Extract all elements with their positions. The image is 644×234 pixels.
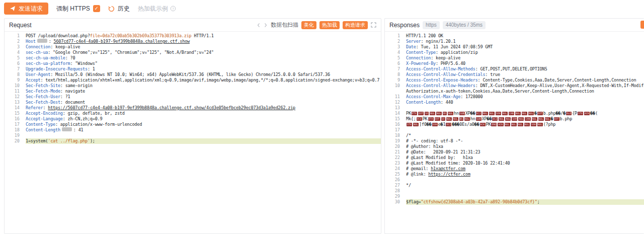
beautify-button[interactable]: 美化	[301, 21, 316, 29]
line-number: 6	[5, 61, 26, 66]
control-char-block: CAN	[525, 117, 530, 121]
code-line: 4sec-ch-ua: "Google Chrome";v="125", "Ch…	[5, 50, 381, 55]
code-line: 9Accept: text/html,application/xhtml+xml…	[5, 77, 381, 83]
code-line: 8Access-Control-Allow-Credentials: true	[385, 72, 644, 77]
line-number: 2	[385, 39, 406, 44]
request-panel: Request 数据包扫描 美化 热加载 构造请求 1POST /upload/…	[4, 18, 381, 234]
control-char-block: STX	[578, 112, 583, 115]
send-request-button[interactable]: 发送请求	[4, 3, 48, 15]
request-editor[interactable]: 1POST /upload/download.php?file=0da72c00…	[5, 32, 381, 233]
history-icon	[108, 6, 115, 12]
line-number: 7	[385, 66, 406, 72]
prev-packet-button[interactable]	[257, 23, 261, 28]
code-line: 10Sec-Fetch-Site: same-origin	[5, 83, 381, 89]
control-char-block: DC2	[492, 117, 498, 121]
request-panel-title: Request	[9, 22, 32, 29]
question-icon[interactable]: ?	[170, 6, 176, 12]
control-char-block: ACK	[498, 123, 503, 126]
line-number: 5	[5, 55, 26, 61]
line-number: 1	[385, 33, 406, 39]
control-char-block: NUL	[528, 112, 534, 115]
hotload-example-link[interactable]: 热加载示例	[138, 5, 168, 13]
line-number: 2	[5, 39, 26, 44]
line-number: 14	[5, 105, 26, 111]
collapsed-panel-handle[interactable]	[640, 21, 644, 29]
history-button[interactable]: 历史	[118, 5, 130, 13]
line-number: 5	[385, 55, 406, 61]
code-line: 13	[385, 105, 644, 111]
code-line: Authorization,x-auth-token,Cookies,Aaa,D…	[385, 89, 644, 94]
line-number: 23	[385, 161, 406, 166]
line-number: 30	[385, 199, 406, 205]
control-char-block: NUL	[464, 117, 470, 121]
panel-divider[interactable]	[380, 18, 384, 234]
line-number: 10	[385, 83, 406, 89]
line-number: 3	[5, 44, 26, 50]
fullscreen-icon[interactable]	[371, 22, 376, 28]
protocol-badge: https	[423, 21, 440, 29]
control-char-block: NUL	[505, 117, 511, 121]
code-line: 17	[385, 127, 644, 133]
svg-text:?: ?	[172, 7, 174, 11]
control-char-block: DC4	[417, 117, 422, 121]
line-number: 28	[385, 188, 406, 194]
control-char-block: EOT	[537, 112, 543, 115]
code-line: 18/*	[385, 133, 644, 138]
control-char-block: DC2	[446, 123, 451, 126]
response-editor[interactable]: 1HTTP/1.1 200 OK2Server: nginx/1.20.13Da…	[385, 32, 644, 233]
code-line: 2Host: 5607cd77-c4e4-4a08-b197-9ef399b88…	[5, 39, 381, 44]
code-line: 5Connection: keep-alive	[385, 55, 644, 61]
control-char-block: EOT	[418, 112, 424, 115]
control-char-block: DLE	[566, 112, 572, 115]
control-char-block: NUL	[511, 123, 517, 126]
control-char-block: ENQ	[491, 123, 497, 126]
line-number: 9	[5, 77, 26, 83]
construct-request-button[interactable]: 构造请求	[343, 21, 368, 29]
code-line: 12Sec-Fetch-User: ?1	[5, 94, 381, 100]
code-line: 11Sec-Fetch-Mode: navigate	[5, 89, 381, 94]
control-char-block: NUL	[524, 123, 530, 126]
response-panel-header: Responses https 440bytes / 35ms	[385, 19, 644, 32]
line-number: 18	[5, 127, 26, 133]
line-number: 20	[5, 138, 26, 144]
code-line: 23# @Last Modified time: 2020-10-16 22:4…	[385, 161, 644, 166]
line-number: 4	[5, 50, 26, 55]
code-line: 7Access-Control-Allow-Methods: GET,POST,…	[385, 66, 644, 72]
control-char-block: EOT	[435, 117, 440, 121]
force-https-checkbox[interactable]: ✓	[93, 5, 100, 12]
top-toolbar: 发送请求 强制 HTTPS ✓ 历史 热加载示例 ?	[0, 0, 644, 17]
line-number: 22	[385, 155, 406, 161]
code-line: 16STXNUL]f0��SOHe�1DC2���0Es/a0��ACKPKEN…	[385, 122, 644, 127]
response-panel-title: Responses	[389, 22, 420, 29]
control-char-block: EOT	[554, 117, 559, 121]
code-line: 3Date: Tue, 11 Jun 2024 07:08:59 GMT	[385, 44, 644, 50]
control-char-block: SUB	[476, 117, 481, 121]
control-char-block: SO	[425, 112, 429, 115]
line-number: 18	[385, 133, 406, 138]
code-line: 10Access-Control-Allow-Headers: DNT,X-Cu…	[385, 83, 644, 89]
packet-scan-button[interactable]: 数据包扫描	[271, 21, 298, 29]
hotload-example-group: 热加载示例 ?	[138, 5, 176, 13]
next-packet-button[interactable]	[264, 23, 268, 28]
line-number: 20	[385, 144, 406, 149]
control-char-block: NUL	[537, 123, 543, 126]
force-https-label: 强制 HTTPS	[56, 5, 90, 13]
line-number: 15	[385, 116, 406, 122]
line-number: 8	[5, 72, 26, 77]
control-char-block: NUL	[446, 117, 452, 121]
code-line: 14PKETXEOTSONULNULBSNULhnSUBXP��DC2NULNU…	[385, 111, 644, 116]
control-char-block: SUB	[459, 112, 465, 115]
code-line: 2Server: nginx/1.20.1	[385, 39, 644, 44]
code-line: 13Sec-Fetch-Dest: document	[5, 100, 381, 105]
request-panel-header: Request 数据包扫描 美化 热加载 构造请求	[5, 19, 381, 32]
line-number: 16	[5, 116, 26, 122]
control-char-block: NUL	[453, 117, 458, 121]
control-char-block: NUL	[518, 117, 524, 121]
line-number: 9	[385, 77, 406, 83]
line-number: 13	[385, 105, 406, 111]
code-line: 1HTTP/1.1 200 OK	[385, 33, 644, 39]
hot-reload-button[interactable]: 热加载	[319, 21, 340, 29]
line-number: 26	[385, 177, 406, 183]
line-number: 17	[385, 127, 406, 133]
code-line: 29	[385, 194, 644, 199]
